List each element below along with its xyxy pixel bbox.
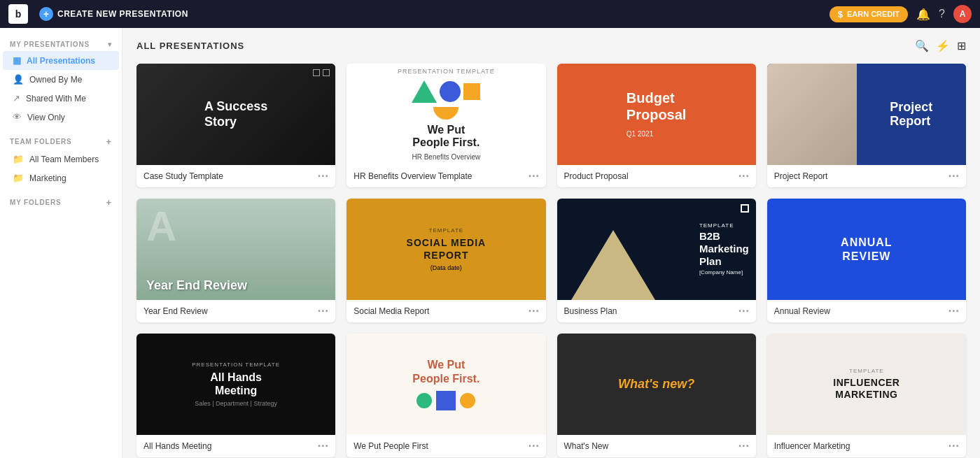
orange-square (463, 83, 480, 100)
card-info: Year End Review ⋯ (136, 300, 335, 322)
card-menu-button[interactable]: ⋯ (948, 306, 959, 317)
card-menu-button[interactable]: ⋯ (738, 441, 749, 452)
blue-section: ProjectReport (857, 64, 966, 165)
people-shapes (416, 391, 475, 410)
sidebar-item-all-team[interactable]: 📁 All Team Members (3, 150, 119, 169)
card-name: Influencer Marketing (774, 441, 850, 451)
grid-view-icon[interactable]: ⊞ (957, 39, 966, 52)
card-menu-button[interactable]: ⋯ (317, 306, 328, 317)
card-name: HR Benefits Overview Template (354, 171, 472, 181)
help-button[interactable]: ? (939, 8, 945, 20)
card-name: What's New (564, 441, 609, 451)
thumb-text: We PutPeople First. (412, 358, 479, 385)
green-dot (416, 393, 432, 408)
card-menu-button[interactable]: ⋯ (528, 306, 539, 317)
thumb-text: Year End Review (136, 271, 257, 300)
page-title: ALL PRESENTATIONS (136, 41, 244, 51)
content-header: ALL PRESENTATIONS 🔍 ⚡ ⊞ (136, 39, 966, 52)
thumb-text: ANNUALREVIEW (841, 236, 892, 262)
eye-icon: 👁 (13, 112, 22, 122)
card-name: Case Study Template (144, 171, 223, 181)
user-avatar[interactable]: A (953, 5, 972, 23)
card-thumbnail: PRESENTATION TEMPLATE We PutPeople First… (346, 64, 545, 165)
main-layout: MY PRESENTATIONS ▾ ▦ All Presentations 👤… (0, 28, 980, 458)
add-team-folder-icon[interactable]: + (106, 136, 112, 147)
my-folders-header[interactable]: MY FOLDERS + (0, 193, 122, 210)
card-info: Business Plan ⋯ (557, 300, 756, 322)
presentation-card[interactable]: ANNUALREVIEW Annual Review ⋯ (767, 199, 966, 322)
topbar-right: $ EARN CREDIT 🔔 ? A (830, 5, 972, 23)
card-thumbnail: ANNUALREVIEW (767, 199, 966, 300)
topbar: b + CREATE NEW PRESENTATION $ EARN CREDI… (0, 0, 980, 28)
card-menu-button[interactable]: ⋯ (948, 171, 959, 182)
presentation-card[interactable]: PRESENTATION TEMPLATE We PutPeople First… (346, 64, 545, 187)
add-my-folder-icon[interactable]: + (106, 197, 112, 208)
presentation-card[interactable]: TEMPLATE B2BMarketingPlan [Company Name]… (557, 199, 756, 322)
card-thumbnail: TEMPLATE INFLUENCERMARKETING (767, 334, 966, 435)
card-menu-button[interactable]: ⋯ (738, 171, 749, 182)
thumb-text: INFLUENCERMARKETING (833, 377, 899, 401)
presentation-card[interactable]: ProjectReport Project Report ⋯ (767, 64, 966, 187)
my-folders-section: MY FOLDERS + (0, 193, 122, 210)
grid-icon: ▦ (13, 55, 21, 66)
card-name: Product Proposal (564, 171, 629, 181)
sidebar-item-marketing[interactable]: 📁 Marketing (3, 169, 119, 187)
content-tools: 🔍 ⚡ ⊞ (915, 39, 966, 52)
presentation-card[interactable]: TEMPLATE INFLUENCERMARKETING Influencer … (767, 334, 966, 457)
card-info: All Hands Meeting ⋯ (136, 435, 335, 457)
card-name: All Hands Meeting (144, 441, 211, 451)
presentation-card[interactable]: We PutPeople First. We Put People First … (346, 334, 545, 457)
presentation-card[interactable]: What's new? What's New ⋯ (557, 334, 756, 457)
search-icon[interactable]: 🔍 (915, 39, 929, 52)
presentations-grid: A SuccessStory Case Study Template ⋯ PRE… (136, 64, 966, 457)
thumb-content: TEMPLATE SOCIAL MEDIAREPORT (Data date) (407, 227, 486, 271)
presentation-card[interactable]: PRESENTATION TEMPLATE All HandsMeeting S… (136, 334, 335, 457)
card-menu-button[interactable]: ⋯ (948, 441, 959, 452)
presentation-card[interactable]: TEMPLATE SOCIAL MEDIAREPORT (Data date) … (346, 199, 545, 322)
card-thumbnail: A Year End Review (136, 199, 335, 300)
my-presentations-header[interactable]: MY PRESENTATIONS ▾ (0, 36, 122, 51)
sidebar-item-owned[interactable]: 👤 Owned By Me (3, 70, 119, 89)
folder-icon: 📁 (13, 154, 24, 164)
person-icon: 👤 (13, 74, 24, 85)
card-thumbnail: BudgetProposalQ1 2021 (557, 64, 756, 165)
card-info: We Put People First ⋯ (346, 435, 545, 457)
thumb-text: TEMPLATE B2BMarketingPlan [Company Name] (699, 222, 749, 276)
notifications-button[interactable]: 🔔 (916, 8, 930, 21)
blue-square (436, 391, 456, 410)
create-icon: + (39, 7, 53, 21)
card-thumbnail: TEMPLATE B2BMarketingPlan [Company Name] (557, 199, 756, 300)
card-thumbnail: TEMPLATE SOCIAL MEDIAREPORT (Data date) (346, 199, 545, 300)
card-info: Case Study Template ⋯ (136, 165, 335, 187)
presentation-card[interactable]: A Year End Review Year End Review ⋯ (136, 199, 335, 322)
earn-credit-button[interactable]: $ EARN CREDIT (830, 6, 908, 22)
pyramid-shape (571, 230, 655, 300)
sidebar-item-all[interactable]: ▦ All Presentations (3, 51, 119, 70)
filter-icon[interactable]: ⚡ (936, 39, 950, 52)
card-menu-button[interactable]: ⋯ (528, 171, 539, 182)
hr-shapes (412, 80, 480, 103)
thumb-text: We PutPeople First. (412, 124, 479, 149)
card-name: Business Plan (564, 306, 617, 316)
sidebar-item-shared[interactable]: ↗ Shared With Me (3, 89, 119, 108)
my-presentations-section: MY PRESENTATIONS ▾ ▦ All Presentations 👤… (0, 36, 122, 127)
card-menu-button[interactable]: ⋯ (738, 306, 749, 317)
sidebar-item-viewonly[interactable]: 👁 View Only (3, 108, 119, 127)
thumb-text: A SuccessStory (195, 92, 277, 136)
card-menu-button[interactable]: ⋯ (317, 441, 328, 452)
create-new-button[interactable]: + CREATE NEW PRESENTATION (39, 7, 188, 21)
card-menu-button[interactable]: ⋯ (317, 171, 328, 182)
share-icon: ↗ (13, 93, 20, 103)
presentation-card[interactable]: A SuccessStory Case Study Template ⋯ (136, 64, 335, 187)
card-menu-button[interactable]: ⋯ (528, 441, 539, 452)
card-info: Social Media Report ⋯ (346, 300, 545, 322)
team-folders-section: TEAM FOLDERS + 📁 All Team Members 📁 Mark… (0, 132, 122, 187)
coin-icon: $ (838, 9, 843, 20)
card-info: Influencer Marketing ⋯ (767, 435, 966, 457)
card-info: Product Proposal ⋯ (557, 165, 756, 187)
team-folders-header[interactable]: TEAM FOLDERS + (0, 132, 122, 150)
thumb-text: SOCIAL MEDIAREPORT (407, 236, 486, 262)
sidebar: MY PRESENTATIONS ▾ ▦ All Presentations 👤… (0, 28, 122, 458)
card-thumbnail: A SuccessStory (136, 64, 335, 165)
presentation-card[interactable]: BudgetProposalQ1 2021 Product Proposal ⋯ (557, 64, 756, 187)
